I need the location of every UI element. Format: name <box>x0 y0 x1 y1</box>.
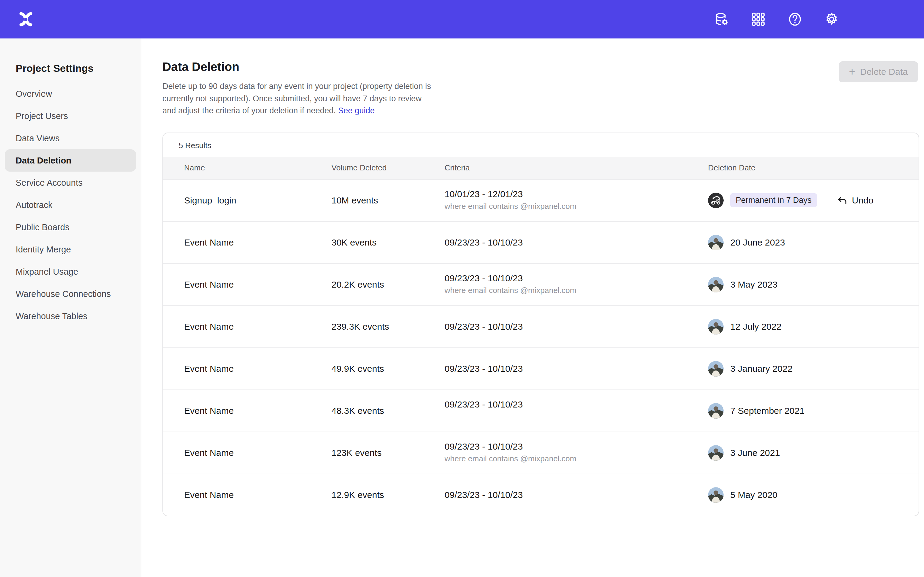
deletion-requests-card: 5 Results Name Volume Deleted Criteria D… <box>162 132 919 516</box>
sidebar-item-warehouse-connections[interactable]: Warehouse Connections <box>5 283 136 305</box>
deletion-date: 12 July 2022 <box>730 322 782 332</box>
row-name: Event Name <box>184 279 331 290</box>
row-criteria-range: 09/23/23 - 10/10/23 <box>444 364 708 374</box>
user-avatar <box>708 445 724 461</box>
undo-label: Undo <box>852 195 874 206</box>
row-volume: 20.2K events <box>331 279 444 290</box>
sidebar-item-public-boards[interactable]: Public Boards <box>5 216 136 238</box>
row-criteria-filter: where email contains @mixpanel.com <box>444 286 708 296</box>
nav-icon-group <box>714 11 840 27</box>
user-avatar <box>708 487 724 503</box>
row-volume: 10M events <box>331 195 444 206</box>
row-name: Event Name <box>184 322 331 332</box>
row-volume: 49.9K events <box>331 364 444 374</box>
deletion-date: 3 June 2021 <box>730 448 780 458</box>
settings-icon[interactable] <box>824 11 840 27</box>
table-row: Event Name 49.9K events 09/23/23 - 10/10… <box>163 347 919 390</box>
undo-icon <box>837 195 848 206</box>
row-criteria-filter: where email contains @mixpanel.com <box>444 454 708 464</box>
apps-grid-icon[interactable] <box>750 11 766 27</box>
row-volume: 12.9K events <box>331 490 444 500</box>
table-row: Event Name 30K events 09/23/23 - 10/10/2… <box>163 221 919 263</box>
table-row: Event Name 239.3K events 09/23/23 - 10/1… <box>163 305 919 347</box>
sidebar-item-autotrack[interactable]: Autotrack <box>5 194 136 216</box>
row-criteria-filter: where email contains @mixpanel.com <box>444 201 708 212</box>
column-header-volume-deleted: Volume Deleted <box>331 163 444 172</box>
row-name: Event Name <box>184 364 331 374</box>
see-guide-link[interactable]: See guide <box>338 106 375 115</box>
row-volume: 48.3K events <box>331 406 444 416</box>
sidebar-item-mixpanel-usage[interactable]: Mixpanel Usage <box>5 261 136 283</box>
status-badge: Permanent in 7 Days <box>730 193 817 207</box>
sidebar-title: Project Settings <box>5 63 136 83</box>
page-title: Data Deletion <box>162 60 435 74</box>
deletion-date: 20 June 2023 <box>730 237 785 248</box>
sidebar-item-data-deletion[interactable]: Data Deletion <box>5 149 136 172</box>
results-count: 5 Results <box>163 133 919 157</box>
top-navbar <box>0 0 924 39</box>
plus-icon: + <box>849 66 855 77</box>
deletion-date: 7 September 2021 <box>730 406 804 416</box>
column-header-name: Name <box>184 163 331 172</box>
row-criteria-range: 10/01/23 - 12/01/23 <box>444 189 708 199</box>
table-header-row: Name Volume Deleted Criteria Deletion Da… <box>163 157 919 179</box>
sidebar-item-warehouse-tables[interactable]: Warehouse Tables <box>5 305 136 327</box>
row-criteria-range: 09/23/23 - 10/10/23 <box>444 400 708 409</box>
table-row: Event Name 123K events 09/23/23 - 10/10/… <box>163 432 919 474</box>
row-criteria-range: 09/23/23 - 10/10/23 <box>444 490 708 500</box>
user-avatar <box>708 319 724 334</box>
user-avatar <box>708 277 724 292</box>
row-volume: 123K events <box>331 448 444 458</box>
deletion-date: 3 May 2023 <box>730 279 777 290</box>
row-name: Signup_login <box>184 195 331 206</box>
row-name: Event Name <box>184 448 331 458</box>
data-management-icon[interactable] <box>714 11 730 27</box>
help-icon[interactable] <box>787 11 803 27</box>
delete-data-button-label: Delete Data <box>860 67 908 77</box>
sidebar-item-overview[interactable]: Overview <box>5 83 136 105</box>
row-name: Event Name <box>184 237 331 248</box>
row-volume: 30K events <box>331 237 444 248</box>
table-row: Signup_login 10M events 10/01/23 - 12/01… <box>163 179 919 221</box>
delete-data-button[interactable]: + Delete Data <box>839 61 918 82</box>
row-criteria-filter <box>444 412 708 422</box>
row-criteria-range: 09/23/23 - 10/10/23 <box>444 322 708 332</box>
sidebar-item-service-accounts[interactable]: Service Accounts <box>5 172 136 194</box>
user-avatar <box>708 193 724 208</box>
sidebar-item-data-views[interactable]: Data Views <box>5 127 136 149</box>
project-settings-sidebar: Project Settings Overview Project Users … <box>0 39 141 577</box>
row-criteria-range: 09/23/23 - 10/10/23 <box>444 442 708 452</box>
main-content: Data Deletion Delete up to 90 days data … <box>141 39 924 577</box>
column-header-criteria: Criteria <box>444 163 708 172</box>
row-name: Event Name <box>184 406 331 416</box>
page-description-text: Delete up to 90 days data for any event … <box>162 82 431 115</box>
user-avatar <box>708 235 724 250</box>
table-row: Event Name 20.2K events 09/23/23 - 10/10… <box>163 263 919 305</box>
deletion-date: 3 January 2022 <box>730 364 793 374</box>
table-row: Event Name 12.9K events 09/23/23 - 10/10… <box>163 474 919 516</box>
column-header-deletion-date: Deletion Date <box>708 163 904 172</box>
table-row: Event Name 48.3K events 09/23/23 - 10/10… <box>163 390 919 432</box>
row-name: Event Name <box>184 490 331 500</box>
page-description: Delete up to 90 days data for any event … <box>162 80 435 117</box>
undo-button[interactable]: Undo <box>837 195 874 206</box>
row-criteria-range: 09/23/23 - 10/10/23 <box>444 273 708 284</box>
deletion-date: 5 May 2020 <box>730 490 777 500</box>
user-avatar <box>708 361 724 377</box>
row-criteria-range: 09/23/23 - 10/10/23 <box>444 237 708 248</box>
sidebar-item-identity-merge[interactable]: Identity Merge <box>5 238 136 261</box>
mixpanel-logo-icon[interactable] <box>17 10 35 28</box>
sidebar-item-project-users[interactable]: Project Users <box>5 105 136 127</box>
row-volume: 239.3K events <box>331 322 444 332</box>
user-avatar <box>708 403 724 419</box>
